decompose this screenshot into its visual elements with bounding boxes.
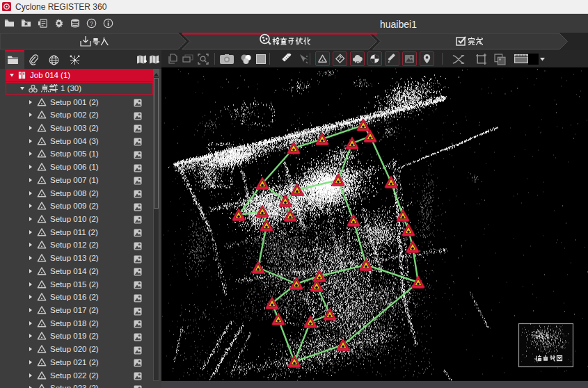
svg-text:?: ?	[90, 20, 93, 27]
